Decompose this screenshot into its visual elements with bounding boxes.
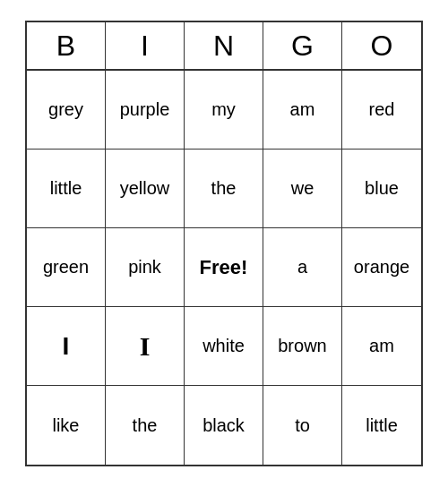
bingo-card: BINGO greypurplemyamredlittleyellowthewe…: [25, 21, 423, 466]
cell-r4-c0: like: [27, 386, 106, 465]
cell-r2-c4: orange: [342, 228, 421, 307]
header-letter: B: [27, 22, 106, 69]
cell-r4-c1: the: [106, 386, 185, 465]
cell-r4-c2: black: [185, 386, 263, 465]
cell-r3-c0: I: [27, 307, 106, 386]
cell-r1-c0: little: [27, 150, 106, 228]
cell-r1-c3: we: [263, 150, 342, 228]
cell-r2-c2: Free!: [185, 228, 263, 307]
cell-r0-c2: my: [185, 71, 263, 150]
cell-r0-c4: red: [342, 71, 421, 150]
cell-r2-c3: a: [263, 228, 342, 307]
bingo-header: BINGO: [27, 22, 421, 71]
cell-r4-c3: to: [263, 386, 342, 465]
cell-r3-c3: brown: [263, 307, 342, 386]
cell-r4-c4: little: [342, 386, 421, 465]
cell-r3-c2: white: [185, 307, 263, 386]
header-letter: G: [263, 22, 342, 69]
cell-r3-c4: am: [342, 307, 421, 386]
cell-r2-c0: green: [27, 228, 106, 307]
cell-r0-c3: am: [263, 71, 342, 150]
header-letter: N: [185, 22, 263, 69]
header-letter: I: [106, 22, 185, 69]
cell-r3-c1: I: [106, 307, 185, 386]
cell-r1-c2: the: [185, 150, 263, 228]
cell-r2-c1: pink: [106, 228, 185, 307]
cell-r0-c0: grey: [27, 71, 106, 150]
cell-r0-c1: purple: [106, 71, 185, 150]
cell-r1-c1: yellow: [106, 150, 185, 228]
header-letter: O: [342, 22, 421, 69]
bingo-grid: greypurplemyamredlittleyellowthewebluegr…: [27, 71, 421, 465]
cell-r1-c4: blue: [342, 150, 421, 228]
